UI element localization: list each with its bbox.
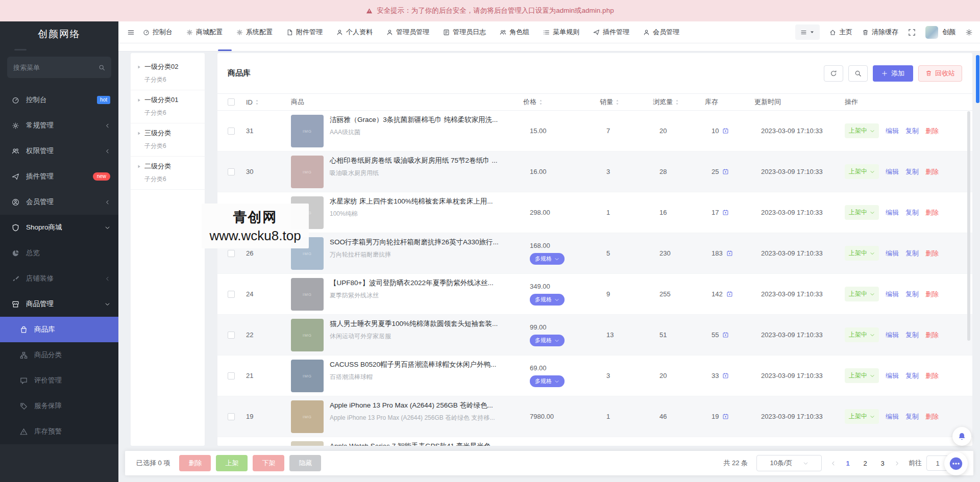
row-checkbox[interactable]	[228, 128, 235, 135]
topnav-item-0[interactable]: 控制台	[143, 28, 173, 37]
copy-link[interactable]: 复制	[905, 371, 919, 380]
sidebar-item-6[interactable]: 总览	[0, 240, 118, 266]
delete-link[interactable]: 删除	[925, 290, 939, 299]
caret-right-icon[interactable]	[137, 131, 141, 136]
caret-right-icon[interactable]	[137, 65, 141, 69]
status-dropdown[interactable]: 上架中	[845, 164, 879, 179]
row-checkbox[interactable]	[228, 291, 235, 298]
topnav-item-1[interactable]: 商城配置	[186, 28, 223, 37]
user-menu[interactable]: 创颜	[925, 26, 955, 39]
status-dropdown[interactable]: 上架中	[845, 205, 879, 220]
delete-link[interactable]: 删除	[925, 412, 939, 421]
status-dropdown[interactable]: 上架中	[845, 287, 879, 301]
page-scrollbar-thumb[interactable]	[976, 55, 979, 103]
page-size-select[interactable]: 10条/页	[756, 455, 822, 471]
topnav-item-9[interactable]: 插件管理	[593, 28, 629, 37]
sort-icon[interactable]	[615, 99, 620, 105]
sidebar-item-10[interactable]: 商品分类	[0, 342, 118, 368]
edit-stock-icon[interactable]	[722, 128, 729, 134]
delete-link[interactable]: 删除	[925, 249, 939, 258]
edit-stock-icon[interactable]	[726, 250, 733, 257]
topnav-item-5[interactable]: 管理员管理	[386, 28, 429, 37]
prev-page-button[interactable]	[830, 461, 836, 466]
topnav-item-3[interactable]: 附件管理	[286, 28, 323, 37]
page-number-1[interactable]: 1	[842, 460, 853, 467]
sidebar-item-3[interactable]: 插件管理new	[0, 164, 118, 189]
edit-link[interactable]: 编辑	[886, 331, 899, 340]
topnav-item-2[interactable]: 系统配置	[236, 28, 273, 37]
copy-link[interactable]: 复制	[905, 290, 919, 299]
status-dropdown[interactable]: 上架中	[845, 327, 879, 342]
sidebar-item-5[interactable]: Shopro商城	[0, 215, 118, 240]
bulk-success-button-1[interactable]: 上架	[216, 455, 248, 471]
fullscreen-icon[interactable]	[908, 29, 916, 36]
bulk-info-button-3[interactable]: 隐藏	[289, 455, 321, 471]
edit-link[interactable]: 编辑	[886, 126, 899, 136]
multi-spec-badge[interactable]: 多规格	[530, 335, 565, 346]
delete-link[interactable]: 删除	[925, 126, 939, 136]
delete-link[interactable]: 删除	[925, 371, 939, 380]
header-views[interactable]: 浏览量	[653, 97, 705, 107]
category-item-0[interactable]: 一级分类02子分类6	[131, 57, 205, 90]
caret-right-icon[interactable]	[137, 98, 141, 103]
clear-cache-link[interactable]: 清除缓存	[862, 28, 898, 37]
topnav-item-6[interactable]: 管理员日志	[443, 28, 486, 37]
select-all-checkbox[interactable]	[228, 98, 235, 106]
topnav-item-10[interactable]: 会员管理	[643, 28, 679, 37]
edit-stock-icon[interactable]	[722, 413, 729, 420]
multi-spec-badge[interactable]: 多规格	[530, 294, 565, 306]
category-item-3[interactable]: 二级分类子分类6	[131, 157, 205, 190]
add-button[interactable]: 添加	[873, 65, 913, 82]
header-id[interactable]: ID	[246, 98, 291, 106]
page-number-2[interactable]: 2	[860, 460, 871, 467]
copy-link[interactable]: 复制	[905, 331, 919, 340]
row-checkbox[interactable]	[228, 168, 235, 175]
settings-gear-icon[interactable]	[965, 29, 973, 36]
sort-icon[interactable]	[254, 99, 260, 105]
sidebar-item-7[interactable]: 店铺装修	[0, 266, 118, 291]
delete-link[interactable]: 删除	[925, 167, 939, 176]
sidebar-item-8[interactable]: 商品管理	[0, 291, 118, 317]
sidebar-item-2[interactable]: 权限管理	[0, 138, 118, 164]
header-price[interactable]: 价格	[523, 97, 600, 107]
edit-link[interactable]: 编辑	[886, 167, 899, 176]
edit-link[interactable]: 编辑	[886, 290, 899, 299]
sort-icon[interactable]	[538, 99, 544, 105]
topnav-item-4[interactable]: 个人资料	[336, 28, 373, 37]
row-checkbox[interactable]	[228, 332, 235, 339]
sort-icon[interactable]	[674, 99, 680, 105]
search-button[interactable]	[848, 65, 868, 82]
sidebar-item-12[interactable]: 服务保障	[0, 393, 118, 419]
category-item-2[interactable]: 三级分类子分类6	[131, 123, 205, 157]
topnav-item-8[interactable]: 菜单规则	[543, 28, 579, 37]
bulk-danger-button-2[interactable]: 下架	[253, 455, 284, 471]
edit-stock-icon[interactable]	[722, 168, 729, 175]
edit-link[interactable]: 编辑	[886, 412, 899, 421]
sidebar-item-1[interactable]: 常规管理	[0, 113, 118, 138]
status-dropdown[interactable]: 上架中	[845, 123, 879, 138]
sidebar-item-11[interactable]: 评价管理	[0, 368, 118, 393]
home-link[interactable]: 主页	[829, 28, 852, 37]
page-number-3[interactable]: 3	[877, 460, 888, 467]
edit-stock-icon[interactable]	[722, 332, 729, 338]
status-dropdown[interactable]: 上架中	[845, 368, 879, 383]
copy-link[interactable]: 复制	[905, 249, 919, 258]
sidebar-item-9[interactable]: 商品库	[0, 317, 118, 342]
copy-link[interactable]: 复制	[905, 412, 919, 421]
edit-link[interactable]: 编辑	[886, 249, 899, 258]
category-item-1[interactable]: 一级分类01子分类6	[131, 90, 205, 123]
status-dropdown[interactable]: 上架中	[845, 409, 879, 424]
sidebar-item-13[interactable]: 库存预警	[0, 419, 118, 444]
chat-fab[interactable]	[944, 452, 968, 475]
recycle-bin-button[interactable]: 回收站	[918, 65, 962, 82]
row-checkbox[interactable]	[228, 413, 235, 420]
delete-link[interactable]: 删除	[925, 331, 939, 340]
menu-search-box[interactable]	[7, 57, 111, 78]
topnav-item-7[interactable]: 角色组	[500, 28, 529, 37]
copy-link[interactable]: 复制	[905, 167, 919, 176]
status-dropdown[interactable]: 上架中	[845, 246, 879, 261]
multi-spec-badge[interactable]: 多规格	[530, 375, 565, 387]
edit-link[interactable]: 编辑	[886, 208, 899, 217]
row-checkbox[interactable]	[228, 250, 235, 257]
notification-fab[interactable]	[952, 427, 971, 446]
